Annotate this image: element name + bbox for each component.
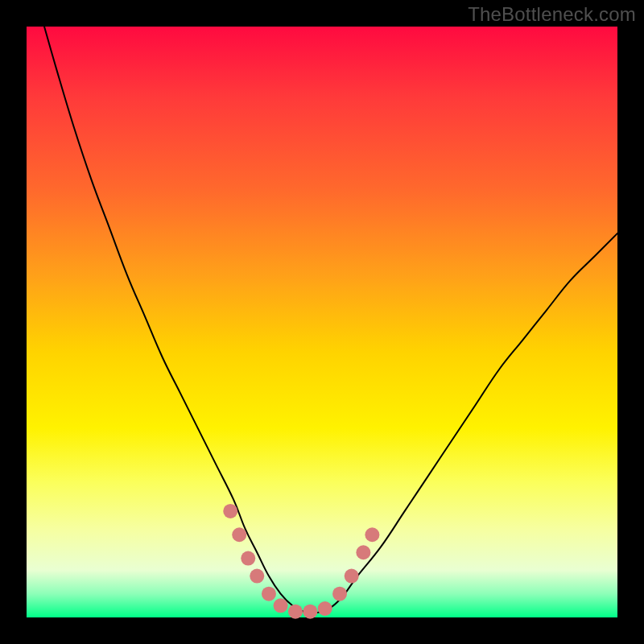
curve-marker: [232, 527, 246, 542]
curve-marker: [223, 504, 237, 518]
curve-marker: [250, 569, 264, 584]
plot-area: [27, 27, 617, 617]
curve-marker: [345, 569, 359, 584]
curve-marker: [288, 605, 303, 619]
curve-marker: [318, 601, 332, 616]
curve-markers: [223, 504, 379, 619]
bottleneck-curve: [44, 27, 617, 613]
curve-marker: [365, 527, 379, 542]
curve-marker: [332, 587, 347, 601]
curve-marker: [274, 598, 288, 613]
curve-marker: [241, 551, 255, 566]
curve-marker: [303, 605, 317, 619]
curve-marker: [356, 545, 370, 559]
chart-frame: TheBottleneck.com: [0, 0, 644, 644]
bottleneck-curve-svg: [27, 27, 617, 617]
watermark-label: TheBottleneck.com: [468, 3, 636, 26]
curve-marker: [262, 587, 276, 601]
